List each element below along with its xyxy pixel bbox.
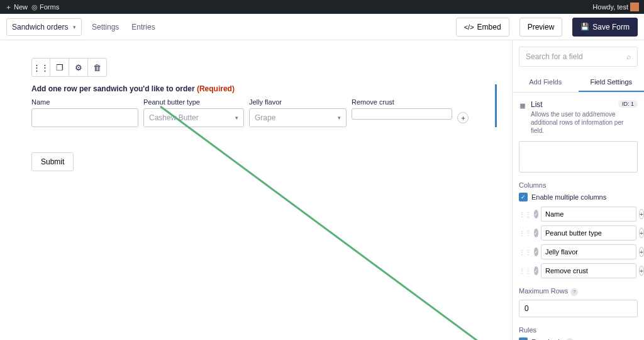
crust-input[interactable] [352, 108, 452, 120]
form-canvas: ⋮⋮ ❐ ⚙ 🗑 Add one row per sandwich you'd … [0, 40, 512, 340]
max-rows-label: Maximum Rows? [519, 287, 638, 296]
header-bar: Sandwich orders▾ Settings Entries </>Emb… [0, 14, 644, 40]
search-input[interactable]: Search for a field ⌕ [519, 47, 638, 67]
required-tag: (Required) [197, 84, 235, 93]
pb-select[interactable]: Cashew Butter▾ [143, 108, 244, 127]
duplicate-icon[interactable]: ❐ [50, 58, 69, 77]
col-label-name: Name [31, 98, 138, 106]
chevron-down-icon: ▾ [235, 115, 238, 121]
col-label-crust: Remove crust [352, 98, 452, 106]
column-row: ⋮⋮ ✓ + − [519, 225, 638, 241]
field-label-textarea[interactable] [519, 141, 638, 173]
max-rows-input[interactable] [519, 300, 638, 317]
add-column-button[interactable]: + [639, 266, 644, 276]
svg-line-0 [160, 106, 497, 340]
column-name-input[interactable] [541, 263, 636, 278]
help-icon[interactable]: ? [570, 288, 578, 296]
tab-settings[interactable]: Settings [92, 23, 119, 31]
col-label-jelly: Jelly flavor [249, 98, 347, 106]
admin-topbar: ＋ New ◎ Forms Howdy, test [0, 0, 644, 14]
drag-handle-icon[interactable]: ⋮⋮ [519, 249, 531, 256]
submit-button[interactable]: Submit [31, 152, 74, 171]
column-name-input[interactable] [541, 244, 636, 259]
form-selector[interactable]: Sandwich orders▾ [6, 18, 82, 36]
drag-handle-icon[interactable]: ⋮⋮ [519, 230, 531, 237]
rules-label: Rules [519, 326, 638, 334]
column-list: ⋮⋮ ✓ + − ⋮⋮ ✓ + − ⋮⋮ ✓ + − ⋮⋮ [519, 207, 638, 278]
jelly-select[interactable]: Grape▾ [249, 108, 347, 127]
drag-handle-icon[interactable]: ⋮⋮ [519, 211, 531, 218]
add-column-button[interactable]: + [639, 228, 644, 238]
column-row: ⋮⋮ ✓ + − [519, 244, 638, 259]
columns-section-label: Columns [519, 181, 638, 189]
column-type-icon[interactable]: ✓ [534, 247, 538, 256]
user-greeting[interactable]: Howdy, test [592, 3, 639, 11]
add-column-button[interactable]: + [639, 247, 644, 257]
save-icon: 💾 [580, 23, 589, 31]
submit-row: Submit [31, 152, 497, 171]
new-menu[interactable]: ＋ New [5, 3, 28, 12]
sidebar: Search for a field ⌕ Add Fields Field Se… [512, 40, 644, 340]
add-row-button[interactable]: ＋ [457, 112, 469, 123]
tab-field-settings[interactable]: Field Settings [579, 73, 645, 92]
column-type-icon[interactable]: ✓ [534, 266, 538, 275]
field-toolbar: ⋮⋮ ❐ ⚙ 🗑 [31, 58, 497, 77]
column-row: ⋮⋮ ✓ + − [519, 207, 638, 222]
drag-handle-icon[interactable]: ⋮⋮ [519, 268, 531, 275]
col-label-pb: Peanut butter type [143, 98, 244, 106]
embed-button[interactable]: </>Embed [456, 18, 509, 37]
enable-multi-label: Enable multiple columns [531, 193, 606, 201]
column-row: ⋮⋮ ✓ + − [519, 263, 638, 278]
enable-multi-checkbox[interactable]: ✓ [519, 193, 528, 201]
column-name-input[interactable] [541, 207, 636, 222]
avatar [630, 3, 639, 11]
settings-icon[interactable]: ⚙ [69, 58, 88, 77]
column-name-input[interactable] [541, 225, 636, 241]
tab-entries[interactable]: Entries [131, 23, 155, 31]
search-icon: ⌕ [626, 52, 631, 61]
column-type-icon[interactable]: ✓ [534, 229, 538, 237]
column-type-icon[interactable]: ✓ [534, 210, 538, 218]
trash-icon[interactable]: 🗑 [88, 58, 107, 77]
chevron-down-icon: ▾ [73, 24, 76, 30]
drag-handle-icon[interactable]: ⋮⋮ [31, 58, 50, 77]
required-checkbox[interactable]: ✓ [519, 337, 528, 341]
chevron-down-icon: ▾ [338, 115, 341, 121]
forms-menu[interactable]: ◎ Forms [31, 3, 59, 11]
field-label: Add one row per sandwich you'd like to o… [31, 84, 476, 93]
id-badge: ID: 1 [618, 100, 638, 108]
tab-add-fields[interactable]: Add Fields [513, 73, 579, 92]
field-info: ≣ List Allows the user to add/remove add… [519, 100, 638, 135]
name-input[interactable] [31, 108, 138, 127]
help-icon[interactable]: ? [566, 338, 574, 341]
preview-button[interactable]: Preview [519, 18, 563, 37]
required-label: Required [531, 338, 560, 341]
add-column-button[interactable]: + [639, 209, 644, 219]
list-field[interactable]: Add one row per sandwich you'd like to o… [31, 84, 497, 127]
list-icon: ≣ [519, 100, 526, 135]
annotation-arrow [157, 103, 509, 340]
save-form-button[interactable]: 💾Save Form [572, 18, 638, 37]
code-icon: </> [464, 23, 474, 31]
